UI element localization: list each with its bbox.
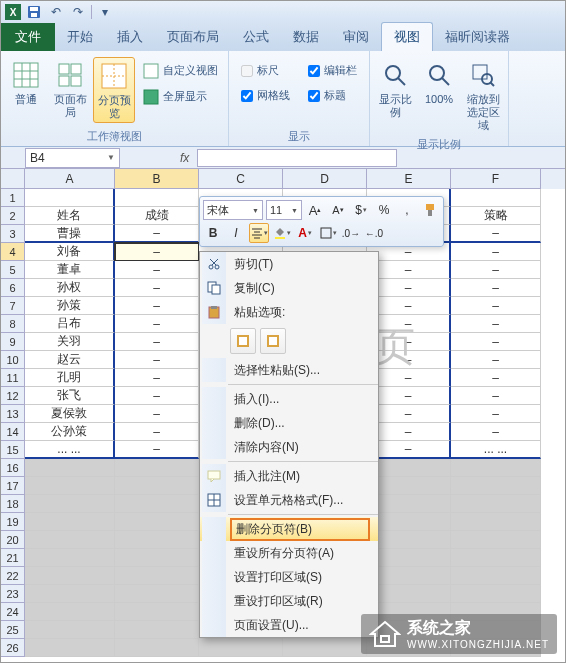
cell[interactable]: – <box>451 315 541 333</box>
cell[interactable]: 夏侯敦 <box>25 405 115 423</box>
menu-format-cells[interactable]: 设置单元格格式(F)... <box>200 488 378 512</box>
cell[interactable] <box>115 513 199 531</box>
cell[interactable] <box>25 621 115 639</box>
menu-remove-page-break[interactable]: 删除分页符(B) <box>200 517 378 541</box>
row-header[interactable]: 13 <box>1 405 25 423</box>
cell[interactable]: – <box>451 405 541 423</box>
name-box[interactable]: B4▼ <box>25 148 120 168</box>
cell[interactable] <box>451 477 541 495</box>
row-header[interactable]: 21 <box>1 549 25 567</box>
cell[interactable] <box>115 459 199 477</box>
cell[interactable]: – <box>367 315 451 333</box>
cell[interactable]: 孙权 <box>25 279 115 297</box>
cell[interactable]: 刘备 <box>25 243 115 261</box>
row-header[interactable]: 7 <box>1 297 25 315</box>
cell[interactable] <box>367 531 451 549</box>
row-header[interactable]: 5 <box>1 261 25 279</box>
row-header[interactable]: 25 <box>1 621 25 639</box>
cell[interactable] <box>451 585 541 603</box>
cell[interactable] <box>115 495 199 513</box>
tab-data[interactable]: 数据 <box>281 23 331 51</box>
fill-color-button[interactable]: ▾ <box>272 223 292 243</box>
tab-review[interactable]: 审阅 <box>331 23 381 51</box>
zoom-100-button[interactable]: 100% <box>418 57 460 108</box>
cell[interactable]: – <box>115 225 199 243</box>
cell[interactable]: – <box>115 261 199 279</box>
cell[interactable] <box>451 459 541 477</box>
tab-file[interactable]: 文件 <box>1 23 55 51</box>
tab-formula[interactable]: 公式 <box>231 23 281 51</box>
tab-page-layout[interactable]: 页面布局 <box>155 23 231 51</box>
cell[interactable]: – <box>367 441 451 459</box>
cell[interactable] <box>25 513 115 531</box>
cell[interactable]: – <box>367 369 451 387</box>
cell[interactable] <box>25 567 115 585</box>
cell[interactable]: – <box>451 297 541 315</box>
paste-option-all[interactable] <box>230 328 256 354</box>
row-header[interactable]: 9 <box>1 333 25 351</box>
row-header[interactable]: 3 <box>1 225 25 243</box>
cell[interactable] <box>451 513 541 531</box>
formula-bar-checkbox[interactable]: 编辑栏 <box>304 61 361 80</box>
row-header[interactable]: 11 <box>1 369 25 387</box>
cell[interactable] <box>451 495 541 513</box>
cell[interactable]: – <box>451 243 541 261</box>
accounting-format-icon[interactable]: $▾ <box>351 200 371 220</box>
cell[interactable] <box>367 495 451 513</box>
cell[interactable]: – <box>451 351 541 369</box>
cell[interactable]: – <box>367 405 451 423</box>
col-header-E[interactable]: E <box>367 169 451 189</box>
row-header[interactable]: 2 <box>1 207 25 225</box>
menu-copy[interactable]: 复制(C) <box>200 276 378 300</box>
font-selector[interactable]: 宋体▼ <box>203 200 263 220</box>
tab-foxit[interactable]: 福昕阅读器 <box>433 23 522 51</box>
cell[interactable] <box>25 531 115 549</box>
cell[interactable]: 张飞 <box>25 387 115 405</box>
cell[interactable]: – <box>115 387 199 405</box>
fx-icon[interactable]: fx <box>180 151 189 165</box>
cell[interactable]: 公孙策 <box>25 423 115 441</box>
cell[interactable]: – <box>451 369 541 387</box>
decrease-font-icon[interactable]: A▾ <box>328 200 348 220</box>
full-screen-button[interactable]: 全屏显示 <box>141 87 220 107</box>
save-button[interactable] <box>25 3 43 21</box>
cell[interactable] <box>451 549 541 567</box>
cell[interactable] <box>25 189 115 207</box>
cell[interactable] <box>25 495 115 513</box>
tab-view[interactable]: 视图 <box>381 22 433 51</box>
cell[interactable] <box>367 549 451 567</box>
menu-reset-print-area[interactable]: 重设打印区域(R) <box>200 589 378 613</box>
formula-input[interactable] <box>197 149 397 167</box>
percent-format-icon[interactable]: % <box>374 200 394 220</box>
cell[interactable]: – <box>451 423 541 441</box>
cell[interactable] <box>451 189 541 207</box>
format-painter-icon[interactable] <box>420 200 440 220</box>
cell[interactable]: – <box>367 333 451 351</box>
paste-option-values[interactable] <box>260 328 286 354</box>
page-layout-view-button[interactable]: 页面布局 <box>49 57 91 121</box>
cell[interactable] <box>367 459 451 477</box>
row-header[interactable]: 24 <box>1 603 25 621</box>
cell[interactable] <box>25 549 115 567</box>
cell[interactable]: – <box>115 297 199 315</box>
cell[interactable] <box>367 585 451 603</box>
row-header[interactable]: 15 <box>1 441 25 459</box>
cell[interactable] <box>115 567 199 585</box>
row-header[interactable]: 18 <box>1 495 25 513</box>
cell[interactable] <box>115 603 199 621</box>
zoom-button[interactable]: 显示比例 <box>374 57 416 121</box>
cell[interactable] <box>367 513 451 531</box>
cell[interactable]: 姓名 <box>25 207 115 225</box>
cell[interactable]: 吕布 <box>25 315 115 333</box>
cell[interactable] <box>115 549 199 567</box>
tab-home[interactable]: 开始 <box>55 23 105 51</box>
row-header[interactable]: 6 <box>1 279 25 297</box>
increase-decimal-icon[interactable]: .0→ <box>341 223 361 243</box>
headings-checkbox[interactable]: 标题 <box>304 86 361 105</box>
row-header[interactable]: 10 <box>1 351 25 369</box>
col-header-B[interactable]: B <box>115 169 199 189</box>
cell[interactable]: – <box>367 261 451 279</box>
menu-page-setup[interactable]: 页面设置(U)... <box>200 613 378 637</box>
cell[interactable]: 孙策 <box>25 297 115 315</box>
page-break-preview-button[interactable]: 分页预览 <box>93 57 135 123</box>
